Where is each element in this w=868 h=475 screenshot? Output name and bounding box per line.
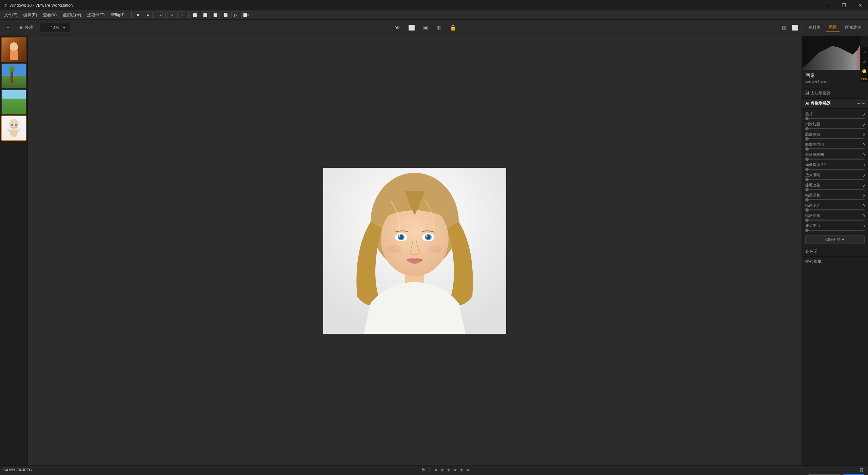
- skin-enhancer-section[interactable]: AI 皮肤增强器: [802, 88, 868, 99]
- star-4[interactable]: ★: [459, 467, 464, 473]
- win-titlebar: 🖥 Windows 10 - VMware Workstation – ❐ ✕: [0, 0, 868, 11]
- filmstrip-thumb-3[interactable]: [1, 89, 26, 115]
- slider-teeth-white: 牙齿美白 0: [805, 223, 865, 231]
- view-compare-btn[interactable]: 👁: [393, 23, 401, 32]
- star-3[interactable]: ★: [453, 467, 457, 473]
- edit-layer-btn[interactable]: 编辑图层 ▼: [805, 235, 865, 244]
- appearance-btn[interactable]: 👁 外观: [16, 23, 36, 32]
- filmstrip-thumb-1[interactable]: [1, 37, 26, 62]
- right-panel: ≡ ≡ 画像 sample4.jpeg AI 皮肤增强器 AI 肖像增强器 ↩ …: [802, 36, 868, 466]
- zoom-plus-btn[interactable]: +: [60, 24, 68, 32]
- vmware-tool-dropdown[interactable]: ⬜▾: [241, 12, 250, 19]
- view-grid-btn[interactable]: ⊞: [781, 23, 788, 32]
- reject-btn[interactable]: ✕: [434, 467, 438, 473]
- slider-track-4[interactable]: [805, 159, 865, 160]
- win-close-btn[interactable]: ✕: [852, 0, 868, 11]
- ai-undo-btn[interactable]: ↩: [857, 101, 860, 106]
- face-icon[interactable]: 🙂: [861, 68, 868, 75]
- ai-portrait-section-header[interactable]: AI 肖像增强器 ↩ ↪: [802, 99, 868, 109]
- add-image-btn[interactable]: +: [4, 24, 12, 32]
- slider-thumb-3[interactable]: [805, 147, 809, 151]
- view-split-btn[interactable]: ▣: [422, 23, 430, 32]
- star-5[interactable]: ★: [466, 467, 470, 473]
- ai-redo-btn[interactable]: ↪: [862, 101, 865, 106]
- slider-remove-dark: 去除黑眼圈 0: [805, 152, 865, 160]
- star-2[interactable]: ★: [447, 467, 451, 473]
- filmstrip-thumb-4[interactable]: [1, 116, 26, 141]
- slider-track-1[interactable]: [805, 128, 865, 129]
- vmware-menu-tabs[interactable]: 选项卡(T): [84, 12, 107, 19]
- slider-track-11[interactable]: [805, 230, 865, 231]
- edit-tab[interactable]: 编辑: [826, 23, 840, 32]
- panel-filename: sample4.jpeg: [805, 79, 865, 83]
- slider-track-5[interactable]: [805, 169, 865, 170]
- vmware-menu-vm[interactable]: 虚拟机(M): [60, 12, 84, 19]
- slider-track-10[interactable]: [805, 220, 865, 221]
- slider-track-9[interactable]: [805, 209, 865, 210]
- svg-rect-1: [10, 50, 18, 60]
- library-tab[interactable]: 资料库: [806, 23, 823, 32]
- slider-thumb-2[interactable]: [805, 137, 809, 141]
- vmware-tool-pause[interactable]: ⏸: [134, 12, 142, 19]
- vmware-tool-btn5[interactable]: ⬜: [201, 12, 210, 19]
- vmware-tool-btn4[interactable]: ⬜: [191, 12, 199, 19]
- vmware-tool-play[interactable]: ▶: [144, 12, 153, 19]
- photo-container: [323, 168, 506, 334]
- zoom-value: 14%: [51, 25, 59, 30]
- vmware-tool-btn2[interactable]: ↪: [167, 12, 176, 19]
- slider-thumb-9[interactable]: [805, 208, 809, 212]
- slider-track-3[interactable]: [805, 148, 865, 149]
- filmstrip: [0, 36, 28, 466]
- share-tab[interactable]: 影像渡送: [842, 23, 864, 32]
- vmware-tool-btn7[interactable]: ⬜: [221, 12, 230, 19]
- star-1[interactable]: ★: [440, 467, 445, 473]
- high-tone-section[interactable]: 高色调: [802, 247, 868, 257]
- slider-track-2[interactable]: [805, 138, 865, 139]
- bottom-right-controls: 🗑: [859, 467, 865, 473]
- slider-lip-red: 嘴唇变红 0: [805, 203, 865, 210]
- ai-section-controls: ↩ ↪: [857, 101, 865, 106]
- win-minimize-btn[interactable]: –: [820, 0, 835, 11]
- slider-eye-white: 眼部美白 0: [805, 132, 865, 139]
- slider-track-8[interactable]: [805, 199, 865, 200]
- side-icon-1[interactable]: ≡: [861, 39, 868, 45]
- view-lock-btn[interactable]: 🔒: [448, 23, 458, 32]
- slider-thumb-8[interactable]: [805, 198, 809, 202]
- vmware-tool-btn8[interactable]: ▷: [231, 12, 240, 19]
- view-single-btn[interactable]: ⬜: [407, 23, 416, 32]
- filmstrip-thumb-2[interactable]: [1, 63, 26, 88]
- vmware-menu-help[interactable]: 帮助(H): [108, 12, 127, 19]
- slider-track-6[interactable]: [805, 179, 865, 180]
- slider-thumb-11[interactable]: [805, 229, 809, 232]
- win-maximize-btn[interactable]: ❐: [836, 0, 852, 11]
- flag-btn[interactable]: ⚑: [421, 467, 426, 473]
- view-fullscreen-btn[interactable]: ⬜: [790, 23, 800, 32]
- slider-thumb-0[interactable]: [805, 117, 809, 120]
- slider-track-0[interactable]: [805, 118, 865, 119]
- slider-thumb-7[interactable]: [805, 188, 809, 191]
- delete-btn[interactable]: 🗑: [859, 467, 865, 473]
- dream-focus-section[interactable]: 夢幻焦集: [802, 257, 868, 267]
- slider-thumb-5[interactable]: [805, 168, 809, 171]
- slider-thumb-10[interactable]: [805, 219, 809, 222]
- slider-thumb-1[interactable]: [805, 127, 809, 130]
- crop-icon[interactable]: ⤢: [861, 49, 868, 56]
- vmware-menu-view[interactable]: 查看(V): [40, 12, 59, 19]
- slider-track-7[interactable]: [805, 189, 865, 190]
- heart-btn[interactable]: ♡: [428, 467, 432, 473]
- zoom-minus-btn[interactable]: −: [42, 24, 50, 32]
- svg-point-3: [11, 124, 13, 126]
- vmware-menu-file[interactable]: 文件(F): [1, 12, 20, 19]
- brush-icon[interactable]: 🖌: [861, 58, 868, 65]
- vmware-menu-edit[interactable]: 编辑(E): [21, 12, 40, 19]
- vmware-tool-btn6[interactable]: ⬜: [211, 12, 220, 19]
- vmware-toolbar: ⏸ ▶ ↩ ↪ ⌂ ⬜ ⬜ ⬜ ⬜ ▷ ⬜▾: [131, 12, 250, 19]
- slider-lash-enhance: 睫毛改善 0: [805, 183, 865, 190]
- view-info-btn[interactable]: ▥: [435, 23, 443, 32]
- vmware-tool-btn3[interactable]: ⌂: [177, 12, 186, 19]
- slider-eye-enhance: 眼部增强剂 0: [805, 142, 865, 149]
- slider-thumb-6[interactable]: [805, 178, 809, 181]
- vmware-tool-btn1[interactable]: ↩: [157, 12, 166, 19]
- bottom-filename: SAMPLE4.JPEG: [3, 468, 32, 472]
- slider-thumb-4[interactable]: [805, 158, 809, 161]
